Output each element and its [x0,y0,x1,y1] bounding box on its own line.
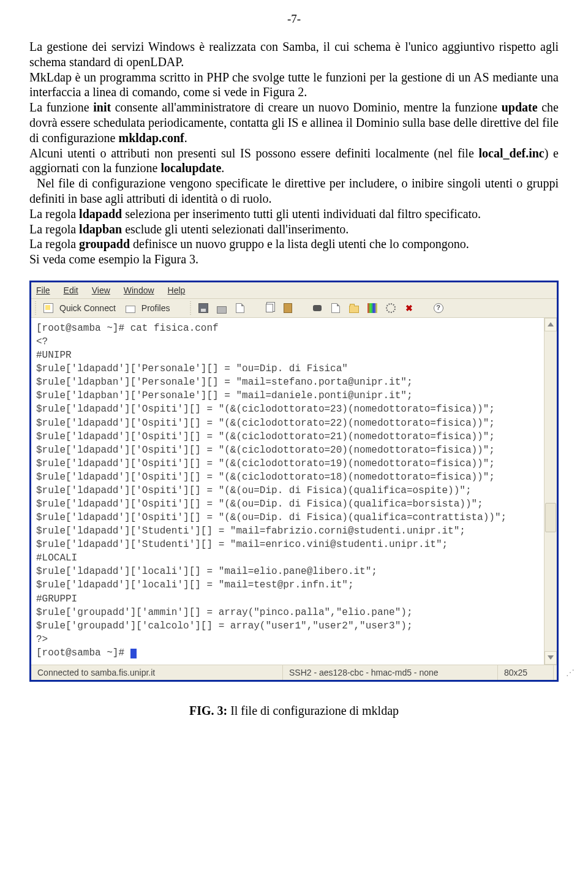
toolbar-grip-icon [35,301,36,315]
paste-button[interactable] [281,301,295,315]
text: La regola [29,222,79,236]
new-terminal-button[interactable] [328,301,343,315]
menubar: File Edit View Window Help [31,282,557,299]
ssh-window: File Edit View Window Help Quick Connect… [29,281,559,682]
settings-button[interactable] [383,301,398,315]
paragraph-1b: MkLdap è un programma scritto in PHP che… [29,70,559,100]
mail-icon [236,303,244,313]
disconnect-button[interactable]: ✖ [402,301,417,315]
body-text: La gestione dei servizi Windows è realiz… [29,39,559,267]
text: La regola [29,207,79,221]
paragraph-7: La regola groupadd definisce un nuovo gr… [29,236,559,252]
paragraph-5: La regola ldapadd seleziona per inserime… [29,206,559,222]
binoculars-icon [313,305,322,311]
profiles-button[interactable] [123,301,138,315]
text: . [221,161,224,175]
colors-button[interactable] [365,301,380,315]
term-localupdate: localupdate [160,161,221,175]
toolbar: Quick Connect Profiles ✖ [31,299,557,318]
colors-icon [368,303,377,313]
menu-edit[interactable]: Edit [64,285,78,295]
text: seleziona per inserimento tutti gli uten… [122,207,481,221]
caption-text: Il file di configurazione di mkldap [227,704,399,717]
status-host: Connected to samba.fis.unipr.it [31,665,283,680]
paragraph-4: Nel file di configurazione vengono speci… [29,176,559,206]
gear-icon [386,303,396,313]
resize-grip-icon[interactable]: ⋰ [566,668,577,677]
paragraph-3: Alcuni utenti o attributi non presenti s… [29,146,559,176]
print-icon [217,306,227,314]
help-button[interactable] [431,301,446,315]
print-button[interactable] [214,301,229,315]
paste-icon [284,303,292,313]
copy-button[interactable] [262,301,277,315]
text: La regola [29,237,79,251]
paragraph-6: La regola ldapban esclude gli utenti sel… [29,222,559,237]
status-cipher: SSH2 - aes128-cbc - hmac-md5 - none [283,665,498,680]
term-mkldapconf: mkldap.conf [119,131,184,145]
menu-window-label: Window [124,285,154,295]
text: esclude gli utenti selezionati dall'inse… [122,222,349,236]
toolbar-separator-icon [190,301,191,315]
text: consente all'amministratore di creare un… [111,100,502,114]
figure-caption: FIG. 3: Il file di configurazione di mkl… [29,704,559,718]
menu-help-label: Help [168,285,186,295]
term-groupadd: groupadd [79,237,130,251]
scroll-down-button[interactable] [545,651,557,665]
quick-connect-button[interactable] [41,301,56,315]
cursor-icon [130,649,137,658]
scrollbar-thumb[interactable] [545,503,556,532]
status-size: 80x25 [498,665,554,680]
save-button[interactable] [196,301,211,315]
quick-connect-label[interactable]: Quick Connect [59,303,116,313]
menu-file-label: File [36,285,50,295]
menu-file[interactable]: File [36,285,50,295]
caption-label: FIG. 3: [189,704,227,717]
scroll-up-button[interactable] [545,318,557,331]
statusbar: Connected to samba.fis.unipr.it SSH2 - a… [31,665,557,680]
profiles-icon [126,306,135,313]
paragraph-2: La funzione init consente all'amministra… [29,100,559,145]
save-icon [198,303,208,313]
text: Alcuni utenti o attributi non presenti s… [29,146,479,160]
term-update: update [502,100,538,114]
text: . [184,131,187,145]
mail-button[interactable] [233,301,247,315]
menu-help[interactable]: Help [168,285,186,295]
help-icon [434,303,443,313]
term-localdef: local_def.inc [479,146,545,160]
terminal-output[interactable]: [root@samba ~]# cat fisica.conf <? #UNIP… [31,318,544,665]
menu-edit-label: Edit [64,285,78,295]
copy-icon [266,304,273,312]
scrollbar-track[interactable] [545,331,557,651]
text: definisce un nuovo gruppo e la lista deg… [130,237,469,251]
term-ldapban: ldapban [79,222,122,236]
quick-connect-icon [43,303,53,313]
page-number: -7- [29,12,559,26]
text: La funzione [29,100,93,114]
paragraph-1a: La gestione dei servizi Windows è realiz… [29,39,559,70]
chevron-down-icon [548,655,554,660]
chevron-up-icon [548,322,554,326]
terminal-icon [331,303,340,313]
paragraph-8: Si veda come esempio la Figura 3. [29,252,559,267]
term-ldapadd: ldapadd [79,207,122,221]
folder-icon [349,306,359,313]
term-init: init [93,100,111,114]
menu-view[interactable]: View [92,285,110,295]
find-button[interactable] [310,301,325,315]
menu-view-label: View [92,285,110,295]
menu-window[interactable]: Window [124,285,154,295]
disconnect-icon: ✖ [405,304,413,312]
vertical-scrollbar[interactable] [544,318,557,665]
file-transfer-button[interactable] [347,301,361,315]
profiles-label[interactable]: Profiles [141,303,170,313]
